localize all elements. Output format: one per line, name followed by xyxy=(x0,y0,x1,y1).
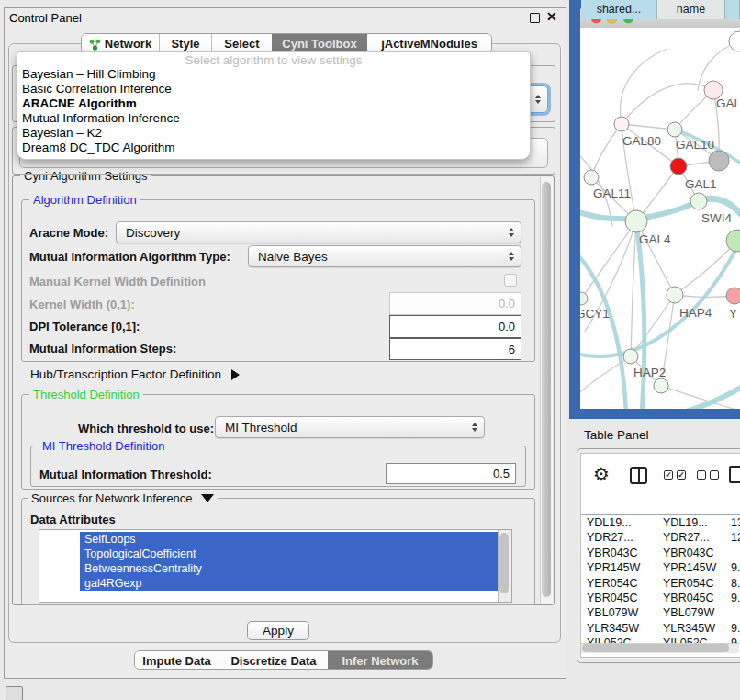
table-rows: YDL19...YDL19...13YDR27...YDR27...12YBR0… xyxy=(581,515,740,643)
kernel-width-label: Kernel Width (0,1): xyxy=(29,298,135,311)
tab-network-label: Network xyxy=(105,34,151,53)
tab-select[interactable]: Select xyxy=(211,34,272,53)
split-columns-icon[interactable] xyxy=(630,467,647,484)
manual-kernel-checkbox[interactable] xyxy=(504,274,517,287)
popup-item[interactable]: Mutual Information Inference xyxy=(17,111,530,126)
data-attributes-label: Data Attributes xyxy=(30,513,116,526)
manual-kernel-label: Manual Kernel Width Definition xyxy=(29,275,206,288)
table-cell: YBR043C xyxy=(657,546,725,560)
table-cell: YDR27... xyxy=(657,530,725,545)
column-header-extra[interactable] xyxy=(725,0,740,19)
network-window: GALGAL80GAL10GAL1GAL11SWI4GAL4GCY1HAP4YH… xyxy=(580,6,740,409)
settings-scrollbar-thumb[interactable] xyxy=(542,182,551,597)
mi-type-combo[interactable]: Naive Bayes xyxy=(248,245,521,267)
algorithm-popup: Select algorithm to view settings Bayesi… xyxy=(17,51,531,160)
popup-item[interactable]: Bayesian – Hill Climbing xyxy=(17,67,530,82)
table-hscrollbar-thumb[interactable] xyxy=(582,644,729,652)
popup-item[interactable]: Basic Correlation Inference xyxy=(17,82,530,96)
table-row[interactable]: YIL052CYIL052C9 xyxy=(581,636,740,643)
close-icon[interactable]: ✕ xyxy=(546,9,557,24)
combo-stepper-icon xyxy=(509,228,514,237)
tab-style[interactable]: Style xyxy=(159,34,211,53)
table-row[interactable]: YBL079WYBL079W xyxy=(581,605,740,620)
unchecked-pair-icon[interactable] xyxy=(697,470,719,480)
column-header-name[interactable]: name xyxy=(657,0,725,19)
table-cell: YBR045C xyxy=(581,591,657,605)
mi-steps-label: Mutual Information Steps: xyxy=(29,342,176,356)
hub-definition-toggle[interactable]: Hub/Transcription Factor Definition xyxy=(30,367,240,381)
table-panel-title: Table Panel xyxy=(584,428,649,442)
kernel-width-field[interactable]: 0.0 xyxy=(389,292,521,315)
svg-text:GAL1: GAL1 xyxy=(685,177,717,191)
list-item[interactable]: TopologicalCoefficient xyxy=(80,547,512,561)
aracne-mode-combo[interactable]: Discovery xyxy=(116,221,521,243)
list-item[interactable]: gal4RGexp xyxy=(80,576,512,591)
table-row[interactable]: YPR145WYPR145W9. xyxy=(581,560,740,575)
table-cell: 13 xyxy=(725,515,740,530)
popup-item-selected[interactable]: ARACNE Algorithm xyxy=(17,96,530,111)
svg-text:GCY1: GCY1 xyxy=(580,307,610,321)
table-row[interactable]: YBR043CYBR043C xyxy=(581,546,740,560)
table-row[interactable]: YLR345WYLR345W9. xyxy=(581,621,740,636)
float-window-icon[interactable] xyxy=(530,13,540,23)
which-threshold-label: Which threshold to use: xyxy=(78,422,214,435)
table-gear-icon[interactable]: ⚙ xyxy=(593,463,610,485)
svg-text:HAP4: HAP4 xyxy=(679,306,712,320)
svg-text:GAL4: GAL4 xyxy=(639,232,671,246)
table-cell: 9. xyxy=(725,591,740,605)
collapse-down-icon xyxy=(201,494,214,502)
table-row[interactable]: YBR045CYBR045C9. xyxy=(581,591,740,605)
which-threshold-combo[interactable]: MI Threshold xyxy=(215,416,485,438)
dpi-tolerance-field[interactable]: 0.0 xyxy=(389,315,521,338)
svg-text:GAL: GAL xyxy=(716,96,740,110)
svg-text:Y: Y xyxy=(729,307,737,321)
list-item[interactable]: SelfLoops xyxy=(80,532,512,547)
combo-stepper-icon xyxy=(472,423,477,432)
network-view-frame: GALGAL80GAL10GAL1GAL11SWI4GAL4GCY1HAP4YH… xyxy=(569,0,740,419)
tab-infer-network[interactable]: Infer Network xyxy=(328,651,432,670)
table-cell: YLR345W xyxy=(581,621,657,636)
which-threshold-value: MI Threshold xyxy=(225,421,297,435)
list-item[interactable]: BetweennessCentrality xyxy=(80,561,512,576)
svg-text:GAL80: GAL80 xyxy=(622,134,661,148)
tab-network[interactable]: Network xyxy=(82,34,159,53)
mi-threshold-field[interactable]: 0.5 xyxy=(386,463,516,484)
sources-toggle[interactable]: Sources for Network Inference xyxy=(28,491,218,505)
page-icon[interactable] xyxy=(729,466,740,483)
table-cell: YBL079W xyxy=(581,605,657,620)
dock-corner-button[interactable] xyxy=(6,686,23,700)
popup-item[interactable]: Bayesian – K2 xyxy=(17,126,530,141)
tab-jactivemnodules[interactable]: jActiveMNodules xyxy=(367,34,491,53)
network-canvas[interactable]: GALGAL80GAL10GAL1GAL11SWI4GAL4GCY1HAP4YH… xyxy=(580,28,740,409)
svg-text:GAL11: GAL11 xyxy=(593,186,631,200)
mi-type-value: Naive Bayes xyxy=(258,250,328,264)
table-cell: YIL052C xyxy=(581,636,657,643)
table-cell: YPR145W xyxy=(581,560,657,575)
dpi-tolerance-label: DPI Tolerance [0,1]: xyxy=(29,320,140,333)
data-attributes-list[interactable]: SelfLoops TopologicalCoefficient Between… xyxy=(39,529,512,603)
table-cell: YER054C xyxy=(657,576,725,591)
combo-stepper-icon xyxy=(535,95,541,104)
table-cell: YLR345W xyxy=(657,621,725,636)
table-cell: YBR043C xyxy=(581,546,657,560)
popup-placeholder: Select algorithm to view settings xyxy=(17,53,530,67)
column-header-shared[interactable]: shared... xyxy=(581,0,657,19)
table-row[interactable]: YER054CYER054C8. xyxy=(581,576,740,591)
svg-text:HAP2: HAP2 xyxy=(633,366,666,379)
table-row[interactable]: YDL19...YDL19...13 xyxy=(581,515,740,530)
checked-pair-icon[interactable]: ✓✓ xyxy=(664,470,686,480)
table-cell: 12 xyxy=(725,530,740,545)
mi-steps-field[interactable]: 6 xyxy=(389,338,521,360)
popup-item[interactable]: Dream8 DC_TDC Algorithm xyxy=(17,141,530,155)
control-panel-title: Control Panel xyxy=(9,11,82,25)
tab-impute-data[interactable]: Impute Data xyxy=(135,651,219,670)
hub-definition-label: Hub/Transcription Factor Definition xyxy=(30,367,221,381)
table-row[interactable]: YDR27...YDR27...12 xyxy=(581,530,740,545)
apply-button[interactable]: Apply xyxy=(247,621,309,640)
list-scrollbar-thumb[interactable] xyxy=(499,533,509,593)
table-cell xyxy=(725,546,740,560)
tab-discretize-data[interactable]: Discretize Data xyxy=(219,651,328,670)
tab-cyni-toolbox[interactable]: Cyni Toolbox xyxy=(272,34,367,53)
expand-right-icon xyxy=(231,369,240,380)
desktop: { "control_panel": { "title": "Control P… xyxy=(0,0,740,700)
